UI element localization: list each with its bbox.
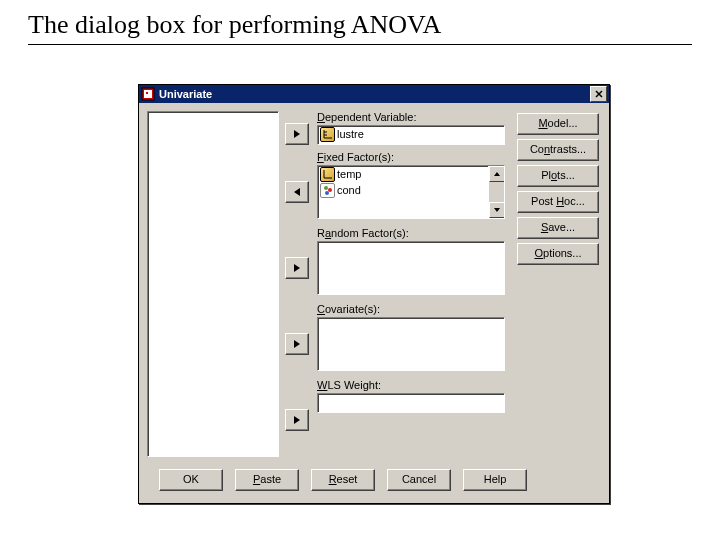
list-item: lustre xyxy=(318,126,504,142)
triangle-right-icon xyxy=(293,339,301,349)
dialog-title: Univariate xyxy=(159,88,590,100)
svg-rect-2 xyxy=(146,92,148,94)
help-button[interactable]: Help xyxy=(463,469,527,491)
dependent-variable-field[interactable]: lustre xyxy=(317,125,505,145)
svg-point-16 xyxy=(324,186,328,190)
titlebar: Univariate xyxy=(139,85,609,103)
scale-measure-icon xyxy=(320,127,335,142)
model-button[interactable]: Model... xyxy=(517,113,599,135)
options-button[interactable]: Options... xyxy=(517,243,599,265)
slide-divider xyxy=(28,44,692,45)
posthoc-button[interactable]: Post Hoc... xyxy=(517,191,599,213)
svg-marker-19 xyxy=(494,172,500,176)
move-from-fixed-button[interactable] xyxy=(285,181,309,203)
svg-marker-7 xyxy=(294,264,300,272)
list-item: cond xyxy=(318,182,504,198)
move-to-wls-button[interactable] xyxy=(285,409,309,431)
covariates-label: Covariate(s): xyxy=(317,303,380,315)
scrollbar[interactable] xyxy=(488,166,504,218)
nominal-measure-icon xyxy=(320,183,335,198)
app-icon xyxy=(141,87,155,101)
variable-name: temp xyxy=(337,168,361,180)
variable-name: lustre xyxy=(337,128,364,140)
scale-measure-icon xyxy=(320,167,335,182)
triangle-right-icon xyxy=(293,129,301,139)
svg-point-18 xyxy=(325,191,329,195)
dialog-body: Dependent Variable: lustre Fixed Factor(… xyxy=(139,103,609,503)
cancel-button[interactable]: Cancel xyxy=(387,469,451,491)
svg-marker-5 xyxy=(294,130,300,138)
covariates-list[interactable] xyxy=(317,317,505,371)
move-to-dependent-button[interactable] xyxy=(285,123,309,145)
contrasts-button[interactable]: Contrasts... xyxy=(517,139,599,161)
random-factors-list[interactable] xyxy=(317,241,505,295)
scroll-up-button[interactable] xyxy=(489,166,505,182)
svg-marker-6 xyxy=(294,188,300,196)
source-variable-list[interactable] xyxy=(147,111,279,457)
triangle-right-icon xyxy=(293,263,301,273)
wls-weight-field[interactable] xyxy=(317,393,505,413)
triangle-up-icon xyxy=(493,171,501,177)
univariate-dialog: Univariate Dependent Variable: xyxy=(138,84,610,504)
triangle-right-icon xyxy=(293,415,301,425)
save-button[interactable]: Save... xyxy=(517,217,599,239)
move-to-covariate-button[interactable] xyxy=(285,333,309,355)
reset-button[interactable]: Reset xyxy=(311,469,375,491)
scroll-down-button[interactable] xyxy=(489,202,505,218)
dependent-variable-label: Dependent Variable: xyxy=(317,111,417,123)
fixed-factors-list[interactable]: temp cond xyxy=(317,165,505,219)
move-to-random-button[interactable] xyxy=(285,257,309,279)
svg-point-17 xyxy=(328,188,332,192)
list-item: temp xyxy=(318,166,504,182)
paste-button[interactable]: Paste xyxy=(235,469,299,491)
variable-name: cond xyxy=(337,184,361,196)
triangle-down-icon xyxy=(493,207,501,213)
svg-marker-9 xyxy=(294,416,300,424)
close-icon xyxy=(595,90,603,98)
slide-title: The dialog box for performing ANOVA xyxy=(28,10,441,40)
fixed-factors-label: Fixed Factor(s): xyxy=(317,151,394,163)
triangle-left-icon xyxy=(293,187,301,197)
ok-button[interactable]: OK xyxy=(159,469,223,491)
plots-button[interactable]: Plots... xyxy=(517,165,599,187)
wls-weight-label: WLS Weight: xyxy=(317,379,381,391)
close-button[interactable] xyxy=(590,86,607,102)
random-factors-label: Random Factor(s): xyxy=(317,227,409,239)
svg-marker-20 xyxy=(494,208,500,212)
svg-marker-8 xyxy=(294,340,300,348)
